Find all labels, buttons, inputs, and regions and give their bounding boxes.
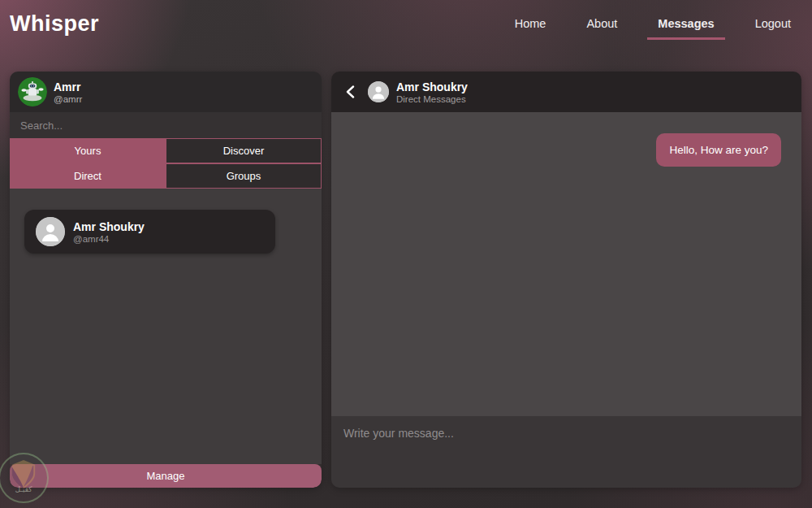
current-user-info: Amrr @amrr: [54, 80, 82, 104]
chat-panel: Amr Shoukry Direct Messages Hello, How a…: [331, 72, 801, 488]
current-user-handle: @amrr: [54, 94, 82, 104]
tab-direct[interactable]: Direct: [10, 163, 166, 189]
contact-info: Amr Shoukry @amr44: [73, 220, 145, 244]
current-user-profile: Amrr @amrr: [10, 72, 322, 112]
nav-item-logout[interactable]: Logout: [745, 17, 801, 40]
message-bubble-outgoing: Hello, How are you?: [656, 133, 781, 167]
search-band: [10, 112, 322, 138]
chat-header: Amr Shoukry Direct Messages: [331, 72, 801, 112]
nav-item-messages[interactable]: Messages: [647, 17, 724, 40]
person-icon: [36, 217, 65, 246]
search-input[interactable]: [10, 112, 322, 138]
messages-area: Hello, How are you?: [331, 112, 801, 416]
nav-item-about[interactable]: About: [576, 17, 628, 40]
chat-subtitle: Direct Messages: [396, 94, 468, 104]
person-icon: [368, 81, 389, 102]
current-user-avatar: [18, 77, 47, 106]
main-content: Amrr @amrr Yours Discover Direct Groups: [10, 72, 801, 488]
chat-peer-avatar: [368, 81, 389, 102]
tab-groups[interactable]: Groups: [166, 163, 322, 189]
app-logo: Whisper: [10, 11, 99, 37]
conversation-filter-tabs: Yours Discover Direct Groups: [10, 138, 322, 189]
contact-avatar: [36, 217, 65, 246]
message-input[interactable]: [331, 416, 801, 488]
chat-peer-name: Amr Shoukry: [396, 80, 468, 94]
tab-discover[interactable]: Discover: [166, 138, 322, 163]
manage-button[interactable]: Manage: [10, 464, 322, 488]
contact-name: Amr Shoukry: [73, 220, 145, 234]
conversations-sidebar: Amrr @amrr Yours Discover Direct Groups: [10, 72, 322, 488]
chat-peer-info: Amr Shoukry Direct Messages: [396, 80, 468, 104]
back-button[interactable]: [341, 83, 359, 101]
nav-links: Home About Messages Logout: [504, 17, 812, 40]
contact-list: Amr Shoukry @amr44: [10, 189, 322, 464]
contact-handle: @amr44: [73, 234, 145, 244]
current-user-name: Amrr: [54, 80, 82, 94]
contact-list-item[interactable]: Amr Shoukry @amr44: [24, 210, 275, 254]
chevron-left-icon: [346, 85, 355, 98]
navbar: Whisper Home About Messages Logout: [0, 0, 812, 72]
nav-item-home[interactable]: Home: [504, 17, 557, 40]
message-input-area: [331, 416, 801, 488]
robot-avatar-icon: [18, 77, 47, 106]
tab-yours[interactable]: Yours: [10, 138, 166, 163]
